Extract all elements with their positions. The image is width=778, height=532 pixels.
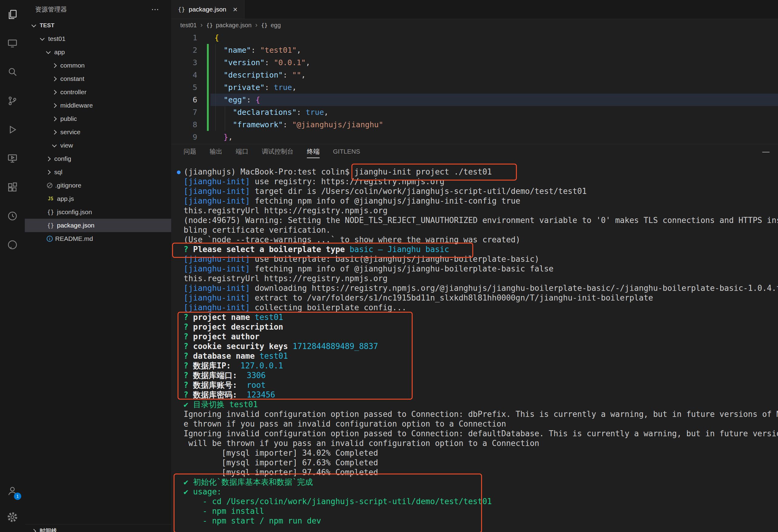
terminal-line: (Use `node --trace-warnings ...` to show… [183,235,778,244]
braces-file-icon: {} [47,209,55,215]
remote-explorer-icon[interactable] [0,144,25,173]
settings-gear-icon[interactable] [0,504,25,530]
chevron-down-icon [40,36,45,41]
file-tree: test01appcommonconstantcontrollermiddlew… [25,32,171,245]
info-file-icon: i [47,236,53,242]
tree-item-label: controller [60,88,86,96]
tree-item-common[interactable]: common [25,59,171,72]
code-line-3[interactable]: 3 "version": "0.0.1", [171,56,778,69]
code-editor[interactable]: 1{2 "name": "test01",3 "version": "0.0.1… [171,31,778,144]
chevron-right-icon: › [200,21,203,29]
tree-item-label: service [60,129,81,136]
tab-label: package.json [189,6,226,13]
terminal-line: Ignoring invalid configuration option pa… [183,409,778,419]
breadcrumb-item[interactable]: egg [270,22,281,29]
terminal-line: ? Please select a boilerplate type basic… [183,244,778,254]
extensions-icon[interactable] [0,173,25,202]
remote-window-icon[interactable] [0,29,25,58]
tree-item-label: test01 [48,35,65,43]
ignore-file-icon [47,182,53,188]
activity-bar: 1 [0,0,25,532]
tree-item-jsconfig.json[interactable]: {}jsconfig.json [25,206,171,219]
code-line-6[interactable]: 6 "egg": { [171,94,778,106]
run-debug-icon[interactable] [0,115,25,144]
section-header-test[interactable]: TEST [25,19,171,32]
git-added-indicator [207,94,209,106]
breadcrumb: test01›{}package.json›{}egg [171,19,778,31]
code-line-2[interactable]: 2 "name": "test01", [171,44,778,56]
json-file-icon: {} [178,6,185,13]
chevron-right-icon [46,170,51,174]
tree-item-service[interactable]: service [25,126,171,139]
code-line-8[interactable]: 8 "framework": "@jianghujs/jianghu" [171,119,778,131]
tree-item-README.md[interactable]: iREADME.md [25,232,171,245]
tree-item-middleware[interactable]: middleware [25,99,171,112]
js-file-icon: JS [47,196,55,202]
tree-item-config[interactable]: config [25,152,171,165]
more-actions-icon[interactable]: ⋯ [151,5,160,14]
source-control-icon[interactable] [0,86,25,115]
tab-package-json[interactable]: {} package.json × [171,0,244,19]
terminal-line: ? 数据库IP: 127.0.0.1 [183,361,778,371]
github-icon[interactable] [0,230,25,259]
indent-guide [215,106,216,119]
tree-item-app.js[interactable]: JSapp.js [25,192,171,206]
panel-tab-输出[interactable]: 输出 [210,147,222,158]
search-icon[interactable] [0,58,25,86]
vscode-window: 1 资源管理器 ⋯ TEST test01appcommonconstantco… [0,0,778,532]
breadcrumb-item[interactable]: test01 [180,22,197,29]
git-added-indicator [207,69,209,81]
breadcrumb-item[interactable]: package.json [216,22,252,29]
sidebar-title: 资源管理器 [35,5,67,14]
json-symbol-icon: {} [206,22,213,28]
explorer-icon[interactable] [0,0,25,29]
chevron-down-icon [46,49,51,54]
panel-tab-问题[interactable]: 问题 [183,147,196,158]
terminal-line: [jianghu-init] fetching npm info of @jia… [183,264,778,274]
chevron-right-icon [46,156,51,161]
code-line-4[interactable]: 4 "description": "", [171,69,778,81]
tree-item-package.json[interactable]: {}package.json [25,219,171,232]
code-line-5[interactable]: 5 "private": true, [171,81,778,94]
terminal-line: - npm start / npm run dev [183,516,778,526]
tree-item-sql[interactable]: sql [25,165,171,179]
section-label: TEST [40,22,55,29]
chevron-right-icon [52,76,57,81]
terminal-line: - npm install [183,506,778,516]
tree-item-.gitignore[interactable]: .gitignore [25,179,171,192]
panel-tab-端口[interactable]: 端口 [236,147,248,158]
chevron-right-icon [52,103,57,108]
terminal-line: this.registryUrl https://registry.npmjs.… [183,274,778,283]
line-number: 9 [171,131,197,143]
panel-tab-终端[interactable]: 终端 [307,147,320,158]
tree-item-app[interactable]: app [25,46,171,59]
section-header-timeline[interactable]: 时间线 [25,524,171,532]
terminal-line: ? cookie security keys 1712844889489_883… [183,341,778,351]
close-icon[interactable]: × [233,5,238,14]
indent-guide [225,106,225,119]
tree-item-constant[interactable]: constant [25,72,171,85]
tree-item-test01[interactable]: test01 [25,32,171,46]
panel-tab-GITLENS[interactable]: GITLENS [333,148,360,158]
tab-bar: {} package.json × [171,0,778,19]
code-line-9[interactable]: 9 }, [171,131,778,143]
tree-item-public[interactable]: public [25,112,171,126]
chevron-down-icon [31,22,36,27]
terminal-line: - cd /Users/colin/work/jianghujs-script-… [183,497,778,506]
terminal-line: [mysql importer] 97.46% Completed [183,467,778,477]
tree-item-controller[interactable]: controller [25,85,171,99]
account-icon[interactable]: 1 [0,478,25,504]
git-added-indicator [207,119,209,131]
command-decoration-icon: ● [177,167,180,177]
code-line-1[interactable]: 1{ [171,31,778,44]
line-number: 7 [171,106,197,119]
code-line-7[interactable]: 7 "declarations": true, [171,106,778,119]
gitlens-icon[interactable] [0,202,25,230]
git-added-indicator [207,56,209,69]
terminal-line: ✔ 目录切换 test01 [183,400,778,409]
terminal[interactable]: ●(jianghujs) MacBook-Pro:test colin$ jia… [171,161,778,532]
tree-item-view[interactable]: view [25,139,171,152]
indent-guide [225,119,225,131]
panel-controls-icon[interactable]: — [762,147,770,156]
panel-tab-调试控制台[interactable]: 调试控制台 [262,147,294,158]
